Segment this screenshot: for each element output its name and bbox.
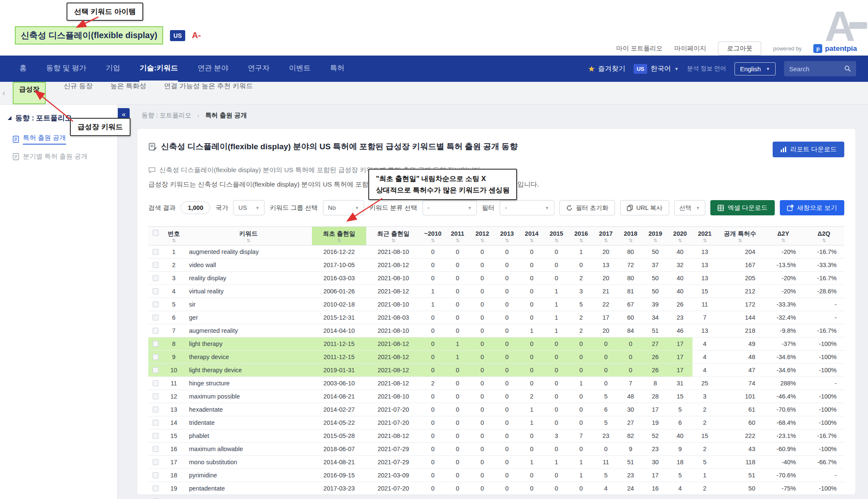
copy-url-button[interactable]: URL 복사 xyxy=(620,200,669,215)
breadcrumb-parent[interactable]: 동향 : 포트폴리오 xyxy=(142,112,192,120)
row-checkbox[interactable] xyxy=(153,328,159,334)
sidebar-item[interactable]: 분기별 특허 출원 공개 xyxy=(0,148,117,165)
column-header[interactable]: 번호⇅ xyxy=(163,227,185,245)
sort-icon[interactable]: ⇅ xyxy=(521,238,542,243)
nav-item[interactable]: 이벤트 xyxy=(289,56,311,82)
row-checkbox[interactable] xyxy=(153,459,159,465)
column-header[interactable]: 공개 특허수⇅ xyxy=(717,227,763,245)
select-all-checkbox[interactable] xyxy=(153,230,159,236)
sort-icon[interactable]: ⇅ xyxy=(595,238,616,243)
sort-icon[interactable]: ⇅ xyxy=(186,238,310,243)
row-checkbox[interactable] xyxy=(153,485,159,491)
subnav-item[interactable]: 높은 특화성 xyxy=(110,82,146,104)
nav-item[interactable]: 특허 xyxy=(330,56,345,82)
sort-icon[interactable]: ⇅ xyxy=(570,238,592,243)
action-select[interactable]: 선택▼ xyxy=(674,200,705,215)
column-header[interactable]: 키워드⇅ xyxy=(185,227,312,245)
column-header[interactable]: 2012⇅ xyxy=(470,227,495,245)
keyword-cell: video wall xyxy=(185,259,312,272)
my-portfolio-link[interactable]: 마이 포트폴리오 xyxy=(616,45,662,53)
subnav-item[interactable]: 신규 등장 xyxy=(64,82,92,104)
column-header[interactable]: 2017⇅ xyxy=(593,227,618,245)
column-header[interactable]: 2013⇅ xyxy=(495,227,519,245)
subnav-item[interactable]: 급성장 xyxy=(13,82,46,104)
keyword-group-select[interactable]: No▼ xyxy=(323,200,364,215)
nav-item[interactable]: 동향 및 평가 xyxy=(46,56,86,82)
excel-download-button[interactable]: 엑셀 다운로드 xyxy=(710,200,775,215)
row-checkbox[interactable] xyxy=(153,341,159,347)
filter-select[interactable]: -▼ xyxy=(500,200,554,215)
column-header[interactable]: 2019⇅ xyxy=(643,227,668,245)
sort-icon[interactable]: ⇅ xyxy=(164,238,183,243)
year-count-cell: 7 xyxy=(693,311,717,324)
my-page-link[interactable]: 마이페이지 xyxy=(674,45,706,53)
report-download-button[interactable]: 리포트 다운로드 xyxy=(773,142,844,157)
search-box[interactable] xyxy=(784,61,856,76)
nav-item[interactable]: 기업 xyxy=(106,56,120,82)
sort-icon[interactable]: ⇅ xyxy=(447,238,468,243)
sort-icon[interactable]: ⇅ xyxy=(620,238,641,243)
column-header[interactable]: Δ2Y⇅ xyxy=(763,227,804,245)
row-checkbox[interactable] xyxy=(153,446,159,452)
column-header[interactable]: 최초 출현일⇅ xyxy=(312,227,366,245)
column-header[interactable]: 2015⇅ xyxy=(544,227,569,245)
nav-item[interactable]: 홈 xyxy=(19,56,27,82)
nav-item[interactable]: 연구자 xyxy=(248,56,270,82)
column-header[interactable]: 2018⇅ xyxy=(618,227,643,245)
sort-icon[interactable]: ⇅ xyxy=(368,238,419,243)
year-count-cell: 0 xyxy=(445,469,470,482)
row-checkbox[interactable] xyxy=(153,433,159,439)
sort-icon[interactable]: ⇅ xyxy=(314,238,364,243)
row-checkbox[interactable] xyxy=(153,354,159,360)
year-count-cell: 28 xyxy=(643,390,668,403)
sort-icon[interactable]: ⇅ xyxy=(546,238,567,243)
nav-item[interactable]: 기술:키워드 xyxy=(139,56,178,82)
sort-icon[interactable]: ⇅ xyxy=(719,238,761,243)
sort-icon[interactable]: ⇅ xyxy=(765,238,802,243)
column-header[interactable]: Δ2Q⇅ xyxy=(804,227,844,245)
country-select[interactable]: US▼ xyxy=(233,200,264,215)
favorites-button[interactable]: ★ 즐겨찾기 xyxy=(588,64,625,74)
sort-icon[interactable]: ⇅ xyxy=(694,238,715,243)
language-select[interactable]: US 한국어 ▼ xyxy=(634,64,679,74)
row-checkbox[interactable] xyxy=(153,288,159,294)
sort-icon[interactable]: ⇅ xyxy=(669,238,690,243)
row-checkbox[interactable] xyxy=(153,472,159,478)
column-header[interactable]: 2020⇅ xyxy=(668,227,692,245)
keyword-table: 번호⇅키워드⇅최초 출현일⇅최근 출현일⇅~2010⇅2011⇅2012⇅201… xyxy=(148,226,844,499)
row-checkbox[interactable] xyxy=(153,407,159,413)
row-checkbox[interactable] xyxy=(153,380,159,386)
row-checkbox[interactable] xyxy=(153,420,159,426)
sort-icon[interactable]: ⇅ xyxy=(645,238,666,243)
row-checkbox[interactable] xyxy=(153,367,159,373)
sort-icon[interactable]: ⇅ xyxy=(472,238,493,243)
column-header[interactable]: 2016⇅ xyxy=(569,227,593,245)
nav-item[interactable]: 연관 분야 xyxy=(198,56,228,82)
row-checkbox[interactable] xyxy=(153,393,159,399)
sort-icon[interactable]: ⇅ xyxy=(805,238,843,243)
column-header[interactable]: 2011⇅ xyxy=(445,227,470,245)
sort-icon[interactable]: ⇅ xyxy=(496,238,517,243)
search-input[interactable] xyxy=(789,65,841,72)
open-new-window-button[interactable]: 새창으로 보기 xyxy=(780,200,844,215)
row-checkbox[interactable] xyxy=(153,301,159,307)
keyword-class-select[interactable]: -▼ xyxy=(423,200,477,215)
row-checkbox[interactable] xyxy=(153,249,159,255)
copy-icon xyxy=(627,205,633,211)
logout-button[interactable]: 로그아웃 xyxy=(718,42,761,56)
chevron-left-icon[interactable]: ‹ xyxy=(3,89,5,98)
filter-reset-button[interactable]: 필터 초기화 xyxy=(559,200,615,215)
analysis-language-select[interactable]: English ▼ xyxy=(734,62,776,75)
sort-icon[interactable]: ⇅ xyxy=(422,238,443,243)
row-checkbox[interactable] xyxy=(153,315,159,321)
column-header[interactable]: 최근 출현일⇅ xyxy=(366,227,420,245)
row-checkbox[interactable] xyxy=(153,262,159,268)
row-checkbox[interactable] xyxy=(153,275,159,281)
brand-watermark-dash xyxy=(849,22,867,29)
subnav-item[interactable]: 연결 가능성 높은 추천 키워드 xyxy=(164,82,253,104)
column-header[interactable]: 2014⇅ xyxy=(519,227,544,245)
year-count-cell: 0 xyxy=(420,482,445,495)
column-header[interactable]: 2021⇅ xyxy=(693,227,717,245)
column-header[interactable]: ~2010⇅ xyxy=(420,227,445,245)
delta-2y-cell: -46.4% xyxy=(763,390,804,403)
